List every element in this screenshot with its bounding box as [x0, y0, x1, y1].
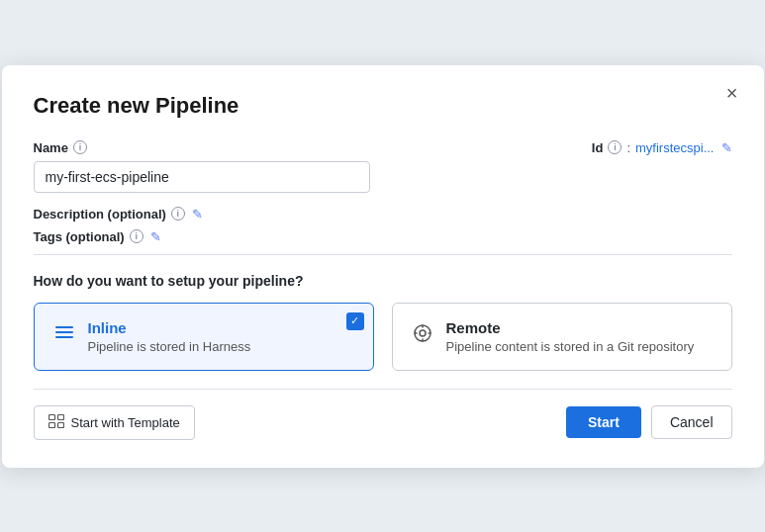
id-colon: :	[626, 140, 630, 155]
description-info-icon: i	[171, 207, 185, 221]
inline-content: Inline Pipeline is stored in Harness	[88, 319, 251, 354]
inline-checkmark: ✓	[346, 312, 364, 330]
create-pipeline-dialog: × Create new Pipeline Name i Id i : myfi…	[2, 65, 764, 468]
id-label-group: Id i : myfirstecspi... ✎	[592, 140, 732, 155]
name-info-icon: i	[73, 140, 87, 154]
svg-rect-2	[55, 336, 73, 338]
divider-2	[34, 389, 732, 390]
description-row: Description (optional) i ✎	[34, 207, 732, 222]
name-id-row: Name i Id i : myfirstecspi... ✎	[34, 140, 732, 155]
svg-rect-7	[48, 422, 54, 427]
svg-rect-8	[57, 422, 63, 427]
inline-title: Inline	[88, 319, 251, 336]
name-label: Name	[34, 140, 68, 155]
svg-point-4	[420, 330, 426, 336]
actions-row: Start Cancel	[566, 405, 732, 439]
name-input[interactable]	[34, 161, 370, 193]
remote-title: Remote	[446, 319, 695, 336]
svg-rect-1	[55, 331, 73, 333]
template-button-label: Start with Template	[71, 415, 180, 430]
inline-desc: Pipeline is stored in Harness	[88, 339, 251, 354]
template-icon	[48, 414, 64, 431]
cancel-button[interactable]: Cancel	[651, 405, 732, 439]
start-button[interactable]: Start	[566, 406, 641, 438]
id-edit-icon[interactable]: ✎	[721, 140, 732, 155]
remote-desc: Pipeline content is stored in a Git repo…	[446, 339, 695, 354]
close-button[interactable]: ×	[720, 81, 744, 105]
description-label: Description (optional)	[34, 207, 166, 222]
description-edit-icon[interactable]: ✎	[192, 207, 203, 222]
inline-icon	[52, 321, 76, 351]
setup-question: How do you want to setup your pipeline?	[34, 273, 732, 289]
tags-info-icon: i	[130, 229, 143, 243]
tags-edit-icon[interactable]: ✎	[150, 229, 161, 244]
template-button[interactable]: Start with Template	[34, 405, 195, 440]
remote-content: Remote Pipeline content is stored in a G…	[446, 319, 695, 354]
name-label-group: Name i	[34, 140, 87, 155]
tags-label: Tags (optional)	[34, 229, 125, 244]
svg-rect-0	[55, 326, 73, 328]
remote-option-card[interactable]: Remote Pipeline content is stored in a G…	[392, 303, 732, 371]
divider-1	[34, 254, 732, 255]
inline-option-card[interactable]: ✓ Inline Pipeline is stored in Harness	[34, 303, 374, 371]
id-info-icon: i	[608, 140, 622, 154]
svg-rect-5	[48, 414, 54, 419]
svg-rect-6	[57, 414, 63, 419]
tags-row: Tags (optional) i ✎	[34, 229, 732, 244]
id-label: Id	[592, 140, 604, 155]
id-value: myfirstecspi...	[635, 140, 714, 155]
bottom-row: Start with Template Start Cancel	[34, 405, 732, 440]
pipeline-options-row: ✓ Inline Pipeline is stored in Harness	[34, 303, 732, 371]
remote-icon	[411, 321, 434, 351]
dialog-title: Create new Pipeline	[34, 93, 732, 119]
